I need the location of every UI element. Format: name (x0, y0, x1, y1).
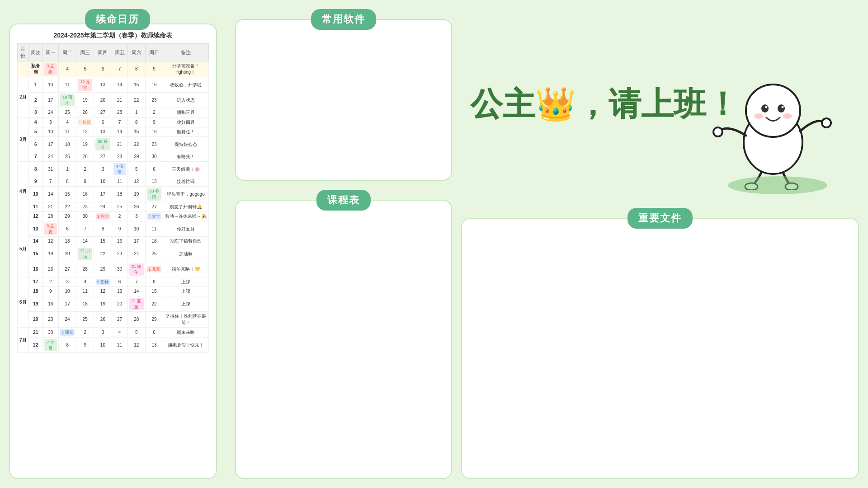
svg-point-3 (822, 118, 831, 127)
table-row: 3 24 25 26 27 28 1 2 拥抱三月 (18, 108, 209, 117)
left-column: 续命日历 2024-2025年第二学期（春季）教师续命表 月份 周次 周一 周二… (9, 9, 226, 479)
col-sat: 周六 (127, 44, 145, 61)
table-row: 16 26 27 28 29 30 31 端午 1 儿童 端午来咯！💛 (18, 262, 209, 277)
common-software-card (235, 19, 452, 181)
calendar-card: 2024-2025年第二学期（春季）教师续命表 月份 周次 周一 周二 周三 周… (9, 23, 217, 479)
col-tue: 周二 (58, 44, 76, 61)
schedule-section: 课程表 (235, 190, 452, 479)
table-row: 7月 21 30 1 建党 2 3 4 5 6 期末来咯 (18, 328, 209, 338)
svg-point-2 (713, 127, 722, 136)
table-row: 15 19 20 21 小满 22 23 24 25 加油啊 (18, 246, 209, 262)
greeting-text: 公主👑，请上班！ (461, 84, 739, 123)
table-row: 10 14 15 16 17 18 19 20 谷雨 埋头苦干，gogogo (18, 187, 209, 202)
common-software-section: 常用软件 (235, 9, 452, 181)
table-row: 19 16 17 18 19 20 21 夏至 22 上課 (18, 296, 209, 312)
schedule-card (235, 200, 452, 479)
col-week: 周次 (28, 44, 42, 61)
month-cell: 4月 (18, 162, 29, 221)
col-wed: 周三 (76, 44, 94, 61)
week-num-cell: 预备周 (28, 61, 42, 77)
mascot-shadow (728, 176, 827, 194)
table-row: 20 23 24 25 26 27 28 29 坚持住！胜利就在眼前！ (18, 312, 209, 328)
svg-point-9 (782, 106, 784, 108)
col-sun: 周日 (145, 44, 163, 61)
important-files-header: 重要文件 (627, 208, 693, 229)
table-row: 14 12 13 14 15 16 17 18 别忘了犒劳自己 (18, 237, 209, 246)
svg-point-11 (783, 113, 792, 119)
table-row: 12 28 29 30 1 劳动 2 3 4 青年 劳动～连休来啦～🎉 (18, 211, 209, 221)
table-row: 3月 4 3 4 5 惊蛰 6 7 8 9 你好四月 (18, 117, 209, 127)
table-row: 11 21 22 23 24 25 26 27 别忘了开闹钟🔔 (18, 202, 209, 211)
greeting-area: 公主👑，请上班！ (461, 9, 859, 199)
svg-point-7 (778, 104, 785, 113)
col-fri: 周五 (112, 44, 127, 61)
important-files-card (461, 218, 859, 479)
col-note: 备注 (163, 44, 209, 61)
table-row: 22 7 小暑 8 9 10 11 12 13 拥抱暑假！快乐！ (18, 338, 209, 353)
right-column: 公主👑，请上班！ (461, 9, 859, 479)
schedule-header: 课程表 (316, 190, 371, 211)
table-row: 5 10 11 12 13 14 15 16 坚持住！ (18, 127, 209, 136)
svg-point-10 (754, 113, 763, 119)
table-row: 18 9 10 11 12 13 14 15 上課 (18, 287, 209, 296)
col-thu: 周四 (94, 44, 112, 61)
important-files-section: 重要文件 (461, 208, 859, 479)
month-cell: 7月 (18, 328, 29, 353)
calendar-title: 2024-2025年第二学期（春季）教师续命表 (17, 32, 209, 40)
table-row: 4月 8 31 1 2 3 4 清明 5 6 三天假期！🌸 (18, 162, 209, 177)
table-row: 预备周 3 立春 4 5 6 7 8 9 开学前准备！fighting！ (18, 61, 209, 77)
col-month: 月份 (18, 44, 29, 61)
mascot-area (710, 72, 845, 199)
svg-point-8 (765, 106, 768, 108)
col-mon: 周一 (42, 44, 58, 61)
middle-column: 常用软件 课程表 (235, 9, 452, 479)
svg-point-6 (761, 104, 769, 113)
table-row: 7 24 25 26 27 28 29 30 有盼头！ (18, 152, 209, 162)
table-row: 9 7 8 9 10 11 12 13 接着忙碌 (18, 177, 209, 187)
calendar-header: 续命日历 (85, 9, 150, 30)
table-row: 6 17 18 19 20 春分 21 22 23 保持好心态 (18, 136, 209, 152)
month-cell: 6月 (18, 277, 29, 328)
month-cell (18, 61, 29, 77)
mascot-svg (710, 72, 836, 190)
table-row: 2 17 18 雨水 19 20 21 22 23 进入状态 (18, 93, 209, 108)
calendar-table: 月份 周次 周一 周二 周三 周四 周五 周六 周日 备注 预备周 3 立春 (17, 43, 209, 353)
common-software-header: 常用软件 (311, 9, 376, 30)
table-row: 6月 17 2 3 4 5 芒种 6 7 8 上課 (18, 277, 209, 287)
month-cell: 2月 (18, 77, 29, 117)
table-row: 5月 13 5 立夏 6 7 8 9 10 11 你好五月 (18, 221, 209, 237)
month-cell: 3月 (18, 117, 29, 162)
table-row: 2月 1 10 11 12 元宵 13 14 15 16 收收心，开学啦 (18, 77, 209, 93)
month-cell: 5月 (18, 221, 29, 277)
svg-point-1 (746, 84, 800, 137)
bottom-right-area: 重要文件 (461, 208, 859, 479)
